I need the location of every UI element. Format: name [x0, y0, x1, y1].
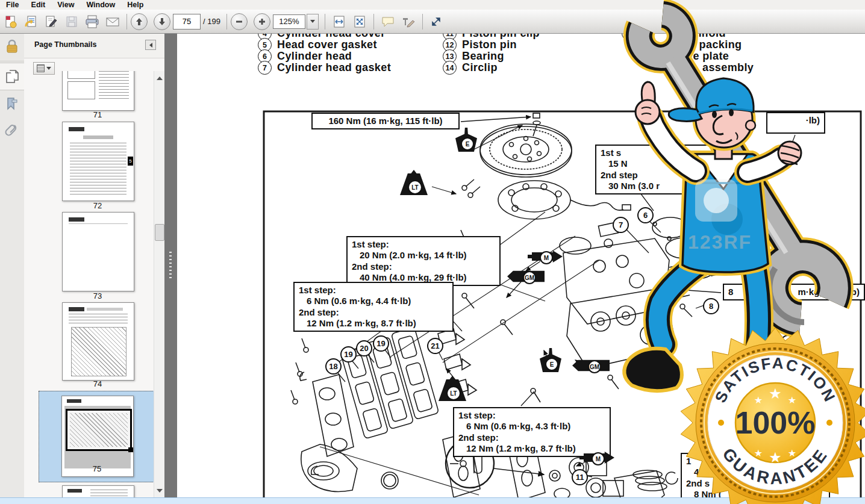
pages-icon — [5, 69, 19, 84]
chapter-tab-5: 5 — [128, 157, 133, 166]
badge-center-text: 100% — [735, 405, 816, 440]
next-page-button[interactable] — [154, 13, 170, 30]
symbol-letter: GM — [523, 271, 536, 284]
part-number: 14 — [443, 61, 457, 75]
sign-pencil-icon — [44, 14, 58, 29]
thumbnail-page-73[interactable] — [62, 212, 134, 291]
minus-icon — [236, 18, 243, 25]
thumb-diagram — [70, 413, 128, 447]
page-view-box[interactable] — [66, 409, 132, 451]
page-total-label: / 199 — [203, 17, 220, 26]
menu-file[interactable]: File — [0, 1, 25, 9]
panel-header: Page Thumbnails — [24, 33, 164, 58]
chevron-down-icon — [46, 67, 51, 70]
thumb-figure — [67, 71, 95, 79]
attachments-panel-button[interactable] — [0, 117, 24, 143]
scroll-down-button[interactable] — [154, 486, 164, 496]
export-pdf-icon — [23, 14, 38, 29]
security-panel-button[interactable] — [0, 33, 24, 60]
thumb-header — [67, 399, 81, 403]
page-number-input[interactable] — [173, 14, 201, 30]
thumbnail-page-71[interactable] — [62, 71, 134, 111]
flywheel-drawing — [480, 113, 572, 177]
thumb-title — [83, 135, 113, 139]
previous-page-button[interactable] — [131, 13, 148, 30]
menu-help[interactable]: Help — [121, 1, 149, 9]
fullscreen-button[interactable] — [428, 13, 446, 31]
ear — [746, 120, 755, 130]
thumb-textlines — [69, 314, 128, 323]
print-button[interactable] — [83, 13, 101, 31]
thumb-header — [69, 217, 84, 222]
grease-symbol: M — [528, 250, 563, 263]
view-box-resize-handle[interactable] — [128, 447, 133, 452]
pdf-viewer-window: File Edit View Window Help — [0, 0, 865, 504]
symbol-letter: E — [545, 358, 558, 371]
part-number: 7 — [258, 61, 272, 75]
torque-box-crankcase: 1st step: 20 Nm (2.0 m·kg, 14 ft·lb) 2nd… — [346, 236, 501, 286]
star-icon: ★ — [754, 448, 763, 458]
zoom-in-button[interactable] — [254, 13, 270, 30]
part-callout: 21 — [427, 338, 443, 354]
torque-line: 6 Nm (0.6 m·kg, 4.3 ft·lb) — [458, 421, 605, 432]
star-icon: ★ — [788, 395, 796, 405]
create-pdf-icon — [3, 14, 17, 29]
part-label: Circlip — [462, 61, 498, 74]
panel-title: Page Thumbnails — [34, 40, 97, 49]
menu-window[interactable]: Window — [80, 1, 121, 9]
scrollbar-thumb[interactable] — [155, 224, 164, 241]
fit-page-button[interactable] — [351, 13, 369, 31]
text-annotation-button[interactable] — [399, 13, 417, 31]
thumbnail-label-74: 74 — [62, 379, 133, 388]
zoom-out-button[interactable] — [231, 13, 248, 30]
overalls-shade — [711, 204, 743, 235]
scroll-up-button[interactable] — [154, 73, 164, 83]
oil-symbol: E — [455, 128, 477, 152]
torque-line: 1st step: — [458, 410, 605, 421]
panel-collapse-button[interactable] — [145, 40, 156, 50]
thumb-header — [69, 127, 84, 131]
page-thumbnails-panel-button[interactable] — [0, 63, 24, 90]
symbol-letter: M — [592, 452, 605, 465]
export-pdf-button[interactable] — [22, 13, 40, 31]
sealant-symbol: LT — [439, 376, 466, 401]
page-thumbnails-panel: Page Thumbnails 71 5 72 — [24, 33, 164, 504]
oil-symbol: E — [540, 348, 561, 372]
zoom-dropdown-button[interactable] — [307, 14, 319, 30]
torque-line: 12 Nm (1.2 m·kg, 8.7 ft·lb) — [299, 318, 448, 329]
bookmarks-panel-button[interactable] — [0, 90, 24, 117]
strip-divider — [0, 61, 24, 61]
triangle-down-icon — [157, 489, 163, 493]
badge-dot — [718, 420, 724, 426]
sealant-symbol: LT — [400, 170, 428, 195]
symbol-letter: GM — [588, 360, 601, 373]
sign-button[interactable] — [42, 13, 60, 31]
thumbnail-label-72: 72 — [62, 201, 133, 210]
email-button[interactable] — [104, 13, 122, 31]
print-icon — [84, 14, 100, 29]
fit-width-icon — [332, 14, 346, 29]
menu-edit[interactable]: Edit — [25, 1, 52, 9]
zoom-level-value[interactable]: 125% — [273, 14, 305, 29]
save-button[interactable] — [63, 13, 81, 31]
thumbnail-selection-75[interactable]: 75 — [39, 391, 154, 482]
thumbnail-page-72[interactable] — [62, 122, 134, 201]
torque-box-bottom: 1st step: 6 Nm (0.6 m·kg, 4.3 ft·lb) 2nd… — [453, 407, 611, 457]
thumb-header — [67, 489, 82, 493]
thumbnail-scrollbar[interactable] — [154, 71, 164, 498]
menu-view[interactable]: View — [51, 1, 80, 9]
parts-list-row: 7 Cylinder head gasket — [258, 61, 391, 75]
symbol-letter: LT — [446, 386, 461, 400]
gasket-maker-symbol: GM — [507, 270, 545, 283]
thumbnail-page-74[interactable] — [62, 302, 134, 381]
eye — [729, 109, 734, 116]
part-callout: 11 — [572, 469, 588, 485]
splitter-drag-handle[interactable] — [169, 252, 172, 281]
panel-splitter[interactable] — [164, 33, 177, 504]
comment-button[interactable] — [379, 13, 397, 31]
create-pdf-button[interactable] — [1, 13, 19, 31]
plus-icon — [258, 18, 266, 25]
part-callout: 19 — [340, 346, 357, 362]
bookmark-icon — [5, 96, 19, 111]
fit-width-button[interactable] — [330, 13, 348, 31]
